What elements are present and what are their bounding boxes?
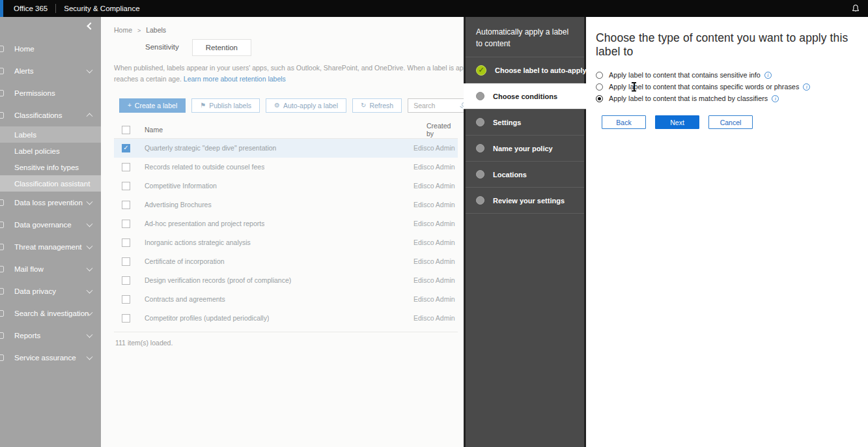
tab-retention[interactable]: Retention (192, 39, 251, 56)
table-row[interactable]: Ad-hoc presentation and project reports … (114, 214, 458, 233)
search-input[interactable] (408, 102, 464, 109)
table-row[interactable]: Competitive Information Edisco Admin (114, 177, 458, 195)
table-row[interactable]: Contracts and agreements Edisco Admin (114, 290, 458, 309)
app-title: Security & Compliance (64, 5, 139, 12)
sidebar-item-classification-assistant[interactable]: Classification assistant (0, 175, 101, 192)
home-icon (0, 46, 4, 52)
sidebar-item-service-assurance[interactable]: Service assurance (0, 347, 101, 369)
row-checkbox[interactable]: ✓ (122, 144, 130, 152)
table-row[interactable]: Inorganic actions strategic analysis Edi… (114, 233, 458, 252)
option-classifiers[interactable]: Apply label to content that is matched b… (596, 93, 868, 104)
reports-icon (0, 332, 4, 339)
chevron-down-icon (87, 221, 93, 227)
product-name[interactable]: Office 365 (14, 5, 48, 12)
accent-strip (0, 0, 3, 17)
sidebar-item-permissions[interactable]: Permissions (0, 82, 101, 104)
option-words-phrases[interactable]: Apply label to content that contains spe… (596, 81, 868, 93)
wizard-step-choose-conditions[interactable]: Choose conditions (464, 83, 586, 109)
select-all-checkbox[interactable] (122, 126, 130, 134)
radio-selected-icon[interactable] (596, 95, 603, 102)
wizard-step-settings[interactable]: Settings (466, 109, 584, 136)
info-icon[interactable]: i (764, 72, 772, 79)
auto-apply-label-button[interactable]: ⚙ Auto-apply a label (266, 98, 346, 113)
description-line1: When published, labels appear in your us… (114, 63, 464, 74)
breadcrumb: Home > Labels (114, 26, 464, 34)
sidebar-item-data-loss-prevention[interactable]: Data loss prevention (0, 192, 101, 214)
radio-icon[interactable] (596, 72, 603, 79)
chevron-down-icon (87, 332, 93, 338)
chevron-down-icon (87, 354, 93, 360)
row-checkbox[interactable] (122, 238, 130, 247)
sidebar-item-threat-management[interactable]: Threat management (0, 236, 101, 258)
collapse-chevron-icon[interactable] (87, 22, 94, 29)
sidebar-item-alerts[interactable]: Alerts (0, 60, 101, 82)
chevron-down-icon (87, 67, 93, 74)
wizard-panel: Automatically apply a label to content ✓… (464, 17, 586, 447)
sidebar-item-home[interactable]: Home (0, 38, 101, 60)
next-button[interactable]: Next (655, 115, 699, 129)
sidebar-collapse (0, 17, 101, 38)
row-checkbox[interactable] (122, 163, 130, 171)
column-header-created-by[interactable]: Created by (427, 122, 458, 137)
table-row[interactable]: Records related to outside counsel fees … (114, 158, 458, 177)
main-content: Home > Labels Sensitivity Retention When… (101, 17, 464, 447)
classifications-icon (0, 112, 4, 119)
option-sensitive-info[interactable]: Apply label to content that contains sen… (596, 69, 868, 81)
sidebar-item-search-investigation[interactable]: Search & investigation (0, 302, 101, 324)
refresh-button[interactable]: ↻ Refresh (352, 98, 402, 113)
conditions-panel: Choose the type of content you want to a… (586, 17, 868, 447)
row-checkbox[interactable] (122, 314, 130, 323)
row-checkbox[interactable] (122, 182, 130, 190)
wizard-step-name-policy[interactable]: Name your policy (466, 136, 584, 162)
sidebar-item-data-governance[interactable]: Data governance (0, 214, 101, 236)
sidebar-item-label-policies[interactable]: Label policies (0, 143, 101, 159)
search-investigation-icon (0, 310, 4, 317)
row-checkbox[interactable] (122, 220, 130, 228)
table-row[interactable]: Certificate of incorporation Edisco Admi… (114, 252, 458, 271)
info-icon[interactable]: i (772, 95, 779, 102)
row-checkbox[interactable] (122, 201, 130, 209)
row-checkbox[interactable] (122, 276, 130, 285)
row-checkbox[interactable] (122, 257, 130, 266)
panel-buttons: Back Next Cancel (602, 115, 868, 129)
topbar-divider (55, 4, 56, 13)
data-privacy-icon (0, 288, 4, 295)
table-row[interactable]: Competitor profiles (updated periodicall… (114, 309, 458, 328)
alerts-icon (0, 68, 4, 74)
tab-sensitivity[interactable]: Sensitivity (132, 39, 192, 56)
wizard-step-review-settings[interactable]: Review your settings (466, 188, 584, 214)
auto-apply-icon: ⚙ (274, 102, 280, 109)
sidebar-item-reports[interactable]: Reports (0, 324, 101, 347)
step-dot-icon (476, 144, 484, 152)
service-assurance-icon (0, 354, 4, 361)
radio-icon[interactable] (596, 83, 603, 91)
table-row[interactable]: ✓ Quarterly strategic "deep dive" presen… (114, 139, 458, 158)
chevron-up-icon (87, 113, 93, 119)
table-row[interactable]: Advertising Brochures Edisco Admin (114, 195, 458, 214)
dlp-icon (0, 199, 4, 206)
cancel-button[interactable]: Cancel (708, 115, 753, 129)
column-header-name[interactable]: Name (145, 126, 163, 134)
breadcrumb-home[interactable]: Home (114, 26, 132, 34)
info-icon[interactable]: i (803, 83, 810, 91)
step-dot-icon (476, 196, 484, 205)
threat-management-icon (0, 244, 4, 250)
sidebar-item-labels[interactable]: Labels (0, 126, 101, 143)
wizard-step-choose-label[interactable]: ✓ Choose label to auto-apply (466, 57, 584, 83)
learn-more-link[interactable]: Learn more about retention labels (184, 75, 286, 83)
sidebar-item-classifications[interactable]: Classifications (0, 104, 101, 126)
create-label-button[interactable]: + Create a label (119, 98, 186, 113)
row-checkbox[interactable] (122, 295, 130, 304)
search-box (408, 98, 464, 113)
publish-labels-button[interactable]: ⚑ Publish labels (191, 98, 260, 113)
sidebar-item-data-privacy[interactable]: Data privacy (0, 280, 101, 302)
sidebar-item-sensitive-info-types[interactable]: Sensitive info types (0, 159, 101, 175)
table-header: Name Created by (114, 122, 458, 139)
table-row[interactable]: Design verification records (proof of co… (114, 271, 458, 290)
back-button[interactable]: Back (602, 115, 646, 129)
step-dot-icon (476, 118, 484, 126)
notifications-bell-icon[interactable] (851, 4, 860, 13)
content-type-options: Apply label to content that contains sen… (596, 69, 868, 104)
sidebar-item-mail-flow[interactable]: Mail flow (0, 258, 101, 280)
wizard-step-locations[interactable]: Locations (466, 162, 584, 188)
